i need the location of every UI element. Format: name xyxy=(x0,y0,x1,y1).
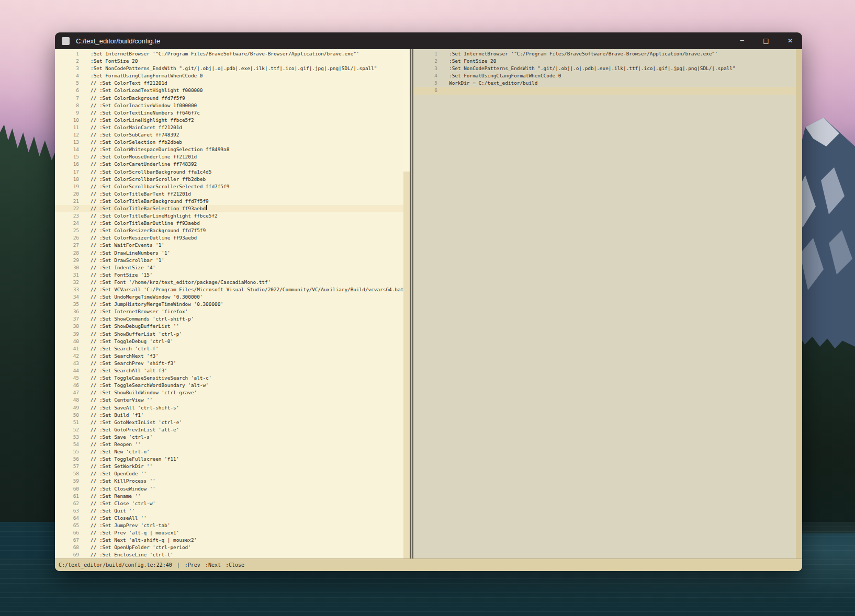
code-line[interactable]: 6 xyxy=(413,87,802,94)
code-line[interactable]: 65// :Set JumpPrev 'ctrl-tab' xyxy=(55,522,410,529)
code-line[interactable]: 44// :Set SearchAll 'alt-f3' xyxy=(55,367,410,374)
code-line[interactable]: 35// :Set JumpHistoryMergeTimeWindow '0.… xyxy=(55,301,410,308)
code-line[interactable]: 11// :Set ColorMainCaret ff21201d xyxy=(55,124,410,131)
line-number: 58 xyxy=(55,470,79,477)
code-line[interactable]: 47// :Set ShowBuildWindow 'ctrl-grave' xyxy=(55,389,410,396)
code-line[interactable]: 42// :Set SearchNext 'f3' xyxy=(55,352,410,360)
code-line[interactable]: 46// :Set ToggleSearchWordBoundary 'alt-… xyxy=(55,382,410,389)
code-line[interactable]: 7// :Set ColorBackground ffd7f5f9 xyxy=(55,95,410,102)
code-line[interactable]: 27// :Set WaitForEvents '1' xyxy=(55,242,410,249)
code-line[interactable]: 9// :Set ColorTextLineNumbers ff646f7c xyxy=(55,109,410,117)
code-line[interactable]: 3:Set NonCodePatterns_EndsWith ".git/|.o… xyxy=(413,65,802,72)
code-line[interactable]: 15// :Set ColorMouseUnderline ff21201d xyxy=(55,153,410,161)
code-line[interactable]: 30// :Set IndentSize '4' xyxy=(55,264,410,271)
line-text: // :Set JumpHistoryMergeTimeWindow '0.30… xyxy=(91,301,223,308)
code-line[interactable]: 21// :Set ColorTitleBarBackground ffd7f5… xyxy=(55,198,410,205)
scrollbar-thumb[interactable] xyxy=(796,49,802,558)
titlebar[interactable]: C:/text_editor/build/config.te ─□✕ xyxy=(55,32,802,49)
code-line[interactable]: 64// :Set CloseAll '' xyxy=(55,515,410,522)
close-button[interactable]: ✕ xyxy=(778,32,802,49)
code-line[interactable]: 55// :Set New 'ctrl-n' xyxy=(55,448,410,455)
code-line[interactable]: 16// :Set ColorCaretUnderline ff748392 xyxy=(55,161,410,168)
code-line[interactable]: 33// :Set VCVarsall 'C:/Program Files/Mi… xyxy=(55,286,410,293)
line-number: 44 xyxy=(55,367,79,374)
code-line[interactable]: 54// :Set Reopen '' xyxy=(55,441,410,448)
code-line[interactable]: 14// :Set ColorWhitespaceDuringSelection… xyxy=(55,146,410,153)
code-line[interactable]: 37// :Set ShowCommands 'ctrl-shift-p' xyxy=(55,315,410,323)
code-line[interactable]: 13// :Set ColorSelection ffb2dbeb xyxy=(55,139,410,146)
code-line[interactable]: 50// :Set Build 'f1' xyxy=(55,412,410,419)
code-line[interactable]: 6// :Set ColorLoadTextHighlight f000000 xyxy=(55,87,410,94)
code-line[interactable]: 31// :Set FontSize '15' xyxy=(55,271,410,279)
code-line[interactable]: 49// :Set SaveAll 'ctrl-shift-s' xyxy=(55,404,410,412)
code-line[interactable]: 10// :Set ColorLineHighlight ffbce5f2 xyxy=(55,117,410,124)
code-line[interactable]: 17// :Set ColorScrollbarBackground ffa1c… xyxy=(55,168,410,176)
code-line[interactable]: 41// :Set Search 'ctrl-f' xyxy=(55,345,410,352)
code-line[interactable]: 39// :Set ShowBufferList 'ctrl-p' xyxy=(55,330,410,338)
line-number: 37 xyxy=(55,315,79,323)
code-line[interactable]: 51// :Set GotoNextInList 'ctrl-e' xyxy=(55,419,410,426)
code-line[interactable]: 40// :Set ToggleDebug 'ctrl-0' xyxy=(55,338,410,345)
scrollbar-right[interactable] xyxy=(796,49,802,558)
code-line[interactable]: 38// :Set ShowDebugBufferList '' xyxy=(55,323,410,330)
code-line[interactable]: 53// :Set Save 'ctrl-s' xyxy=(55,434,410,441)
code-line[interactable]: 48// :Set CenterView '' xyxy=(55,396,410,404)
code-line[interactable]: 57// :Set SetWorkDir '' xyxy=(55,463,410,470)
pane-resizer[interactable] xyxy=(410,49,413,558)
code-line[interactable]: 28// :Set DrawLineNumbers '1' xyxy=(55,249,410,257)
code-line[interactable]: 26// :Set ColorResizerOutline ff93aebd xyxy=(55,234,410,242)
code-line[interactable]: 32// :Set Font '/home/krz/text_editor/pa… xyxy=(55,279,410,286)
code-line[interactable]: 1:Set InternetBrowser '"C:/Program Files… xyxy=(413,50,802,58)
code-line[interactable]: 59// :Set KillProcess '' xyxy=(55,477,410,485)
code-line[interactable]: 68// :Set OpenUpFolder 'ctrl-period' xyxy=(55,544,410,551)
code-line[interactable]: 8// :Set ColorInactiveWindow 1f000000 xyxy=(55,102,410,109)
editor-pane-left[interactable]: 1:Set InternetBrowser '"C:/Program Files… xyxy=(55,49,410,558)
line-number: 30 xyxy=(55,264,79,271)
statusbar-command[interactable]: :Prev xyxy=(185,562,200,568)
code-line[interactable]: 23// :Set ColorTitleBarLineHighlight ffb… xyxy=(55,212,410,220)
statusbar-command[interactable]: :Close xyxy=(226,562,244,568)
code-line[interactable]: 22// :Set ColorTitleBarSelection ff93aeb… xyxy=(55,205,410,212)
code-line[interactable]: 4:Set FormatUsingClangFormatWhenCCode 0 xyxy=(55,72,410,79)
code-line[interactable]: 56// :Set ToggleFullscreen 'f11' xyxy=(55,455,410,463)
code-line[interactable]: 63// :Set Quit '' xyxy=(55,507,410,515)
code-line[interactable]: 45// :Set ToggleCaseSensitiveSearch 'alt… xyxy=(55,374,410,382)
statusbar-command[interactable]: :Next xyxy=(205,562,221,568)
line-text: // :Set ColorTitleBarSelection ff93aebd xyxy=(91,205,206,212)
line-number: 31 xyxy=(55,271,79,279)
code-line[interactable]: 2:Set FontSize 20 xyxy=(413,58,802,65)
code-line[interactable]: 58// :Set OpenCode '' xyxy=(55,470,410,477)
code-line[interactable]: 60// :Set CloseWindow '' xyxy=(55,485,410,493)
code-line[interactable]: 18// :Set ColorScrollbarScroller ffb2dbe… xyxy=(55,176,410,183)
code-line[interactable]: 67// :Set Next 'alt-shift-q | mousex2' xyxy=(55,537,410,544)
code-line[interactable]: 36// :Set InternetBrowser 'firefox' xyxy=(55,308,410,315)
maximize-button[interactable]: □ xyxy=(754,32,778,49)
code-line[interactable]: 43// :Set SearchPrev 'shift-f3' xyxy=(55,360,410,367)
code-line[interactable]: 5// :Set ColorText ff21201d xyxy=(55,79,410,87)
code-line[interactable]: 3:Set NonCodePatterns_EndsWith ".git/|.o… xyxy=(55,65,410,72)
code-line[interactable]: 1:Set InternetBrowser '"C:/Program Files… xyxy=(55,50,410,58)
code-line[interactable]: 34// :Set UndoMergeTimeWindow '0.300000' xyxy=(55,293,410,301)
code-line[interactable]: 66// :Set Prev 'alt-q | mousex1' xyxy=(55,529,410,537)
scrollbar-thumb[interactable] xyxy=(403,49,410,172)
code-line[interactable]: 19// :Set ColorScrollbarScrollerSelected… xyxy=(55,183,410,190)
minimize-button[interactable]: ─ xyxy=(730,32,754,49)
line-number: 62 xyxy=(55,500,79,507)
code-line[interactable]: 29// :Set DrawScrollbar '1' xyxy=(55,257,410,264)
code-line[interactable]: 61// :Set Rename '' xyxy=(55,493,410,500)
code-line[interactable]: 12// :Set ColorSubCaret ff748392 xyxy=(55,131,410,139)
code-line[interactable]: 20// :Set ColorTitleBarText ff21201d xyxy=(55,190,410,198)
code-line[interactable]: 4:Set FormatUsingClangFormatWhenCCode 0 xyxy=(413,72,802,79)
code-line[interactable]: 5WorkDir = C:/text_editor/build xyxy=(413,79,802,87)
editor-pane-right[interactable]: 1:Set InternetBrowser '"C:/Program Files… xyxy=(413,49,802,558)
code-line[interactable]: 69// :Set EncloseLine 'ctrl-l' xyxy=(55,551,410,558)
scrollbar-left[interactable] xyxy=(403,49,410,558)
line-number: 1 xyxy=(413,50,437,58)
code-line[interactable]: 2:Set FontSize 20 xyxy=(55,58,410,65)
code-line[interactable]: 24// :Set ColorTitleBarOutline ff93aebd xyxy=(55,220,410,227)
statusbar: C:/text_editor/build/config.te:22:40 | :… xyxy=(55,558,802,571)
code-line[interactable]: 52// :Set GotoPrevInList 'alt-e' xyxy=(55,426,410,434)
code-line[interactable]: 25// :Set ColorResizerBackground ffd7f5f… xyxy=(55,227,410,234)
code-line[interactable]: 62// :Set Close 'ctrl-w' xyxy=(55,500,410,507)
line-number: 68 xyxy=(55,544,79,551)
